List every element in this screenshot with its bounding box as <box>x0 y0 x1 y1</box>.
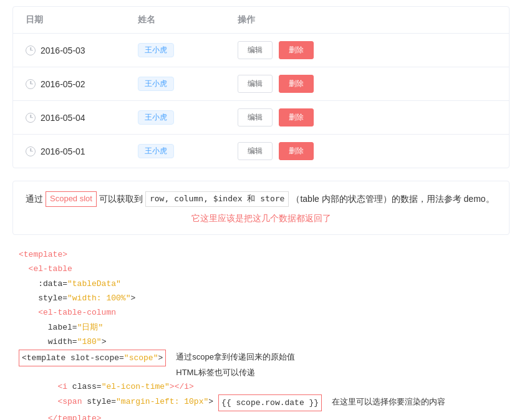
edit-button[interactable]: 编辑 <box>238 108 273 126</box>
template-slot-scope-badge: <template slot-scope="scope"> <box>19 350 166 366</box>
date-cell: 2016-05-02 <box>26 79 138 89</box>
annot-text-1: 通过scope拿到传递回来的原始值 <box>176 350 295 364</box>
code-text: width="180"> <box>19 335 106 349</box>
name-tag: 王小虎 <box>138 43 174 57</box>
date-value: 2016-05-04 <box>41 113 85 123</box>
clock-icon <box>26 45 36 55</box>
name-cell: 王小虎 <box>138 43 238 57</box>
scope-expression-badge: {{ scope.row.date }} <box>218 394 322 411</box>
annotation-line-1: 通过scope拿到传递回来的原始值 <box>171 350 295 364</box>
desc-middle: 可以获取到 <box>99 192 143 206</box>
table-row: 2016-05-03 王小虎 编辑 删除 <box>13 34 509 67</box>
name-cell: 王小虎 <box>138 110 238 125</box>
description-line1: 通过 Scoped slot 可以获取到 row, column, $index… <box>26 191 496 207</box>
code-line-8: <template slot-scope="scope"> 通过scope拿到传… <box>19 350 503 380</box>
date-cell: 2016-05-03 <box>26 45 138 55</box>
desc-prefix: 通过 <box>26 192 43 206</box>
table-row: 2016-05-04 王小虎 编辑 删除 <box>13 101 509 135</box>
code-text: :data="tableData" <box>19 277 121 291</box>
code-line-1: <template> <box>19 247 503 262</box>
header-action: 操作 <box>238 14 496 26</box>
date-cell: 2016-05-01 <box>26 146 138 156</box>
clock-icon <box>26 79 36 89</box>
annot-text-2: HTML标签也可以传递 <box>176 365 254 379</box>
clock-icon <box>26 113 36 123</box>
action-cell: 编辑 删除 <box>238 75 496 93</box>
code-line-10: <span style="margin-left: 10px"> {{ scop… <box>19 394 503 411</box>
header-name: 姓名 <box>138 14 238 26</box>
code-text: <el-table <box>19 262 72 276</box>
code-snippet: row, column, $index 和 store <box>145 191 289 207</box>
edit-button[interactable]: 编辑 <box>238 142 273 160</box>
edit-button[interactable]: 编辑 <box>238 75 273 93</box>
page-container: 日期 姓名 操作 2016-05-03 王小虎 编辑 删除 2016-05-02 <box>0 0 522 420</box>
delete-button[interactable]: 删除 <box>279 108 314 126</box>
code-text: <span style="margin-left: 10px"> <box>19 394 213 409</box>
date-value: 2016-05-02 <box>41 79 85 89</box>
edit-button[interactable]: 编辑 <box>238 41 273 59</box>
code-text: label="日期" <box>19 320 103 335</box>
description-note: 它这里应该是把这几个数据都返回了 <box>26 213 496 224</box>
annotations-group: 通过scope拿到传递回来的原始值 HTML标签也可以传递 <box>171 350 295 380</box>
date-value: 2016-05-01 <box>41 146 85 156</box>
annotation-line-2: HTML标签也可以传递 <box>171 365 295 379</box>
code-line-9: <i class="el-icon-time"></i> <box>19 379 503 394</box>
code-line-4: style="width: 100%"> <box>19 291 503 305</box>
delete-button[interactable]: 删除 <box>279 142 314 160</box>
clock-icon <box>26 146 36 156</box>
name-cell: 王小虎 <box>138 144 238 158</box>
annot-text-3: 在这里可以选择你要渲染的内容 <box>332 394 445 409</box>
action-cell: 编辑 删除 <box>238 41 496 59</box>
delete-button[interactable]: 删除 <box>279 75 314 93</box>
delete-button[interactable]: 删除 <box>279 41 314 59</box>
code-section: <template> <el-table :data="tableData" s… <box>12 247 510 420</box>
code-text: style="width: 100%"> <box>19 291 135 305</box>
code-line-6: label="日期" <box>19 320 503 335</box>
name-tag: 王小虎 <box>138 144 174 158</box>
table-header: 日期 姓名 操作 <box>13 7 509 34</box>
code-text: <template> <box>19 247 67 262</box>
name-tag: 王小虎 <box>138 110 174 125</box>
date-cell: 2016-05-04 <box>26 113 138 123</box>
code-line-11: </template> <box>19 411 503 420</box>
table-section: 日期 姓名 操作 2016-05-03 王小虎 编辑 删除 2016-05-02 <box>12 6 510 168</box>
header-date: 日期 <box>26 14 138 26</box>
table-row: 2016-05-02 王小虎 编辑 删除 <box>13 67 509 101</box>
code-line-2: <el-table <box>19 262 503 276</box>
code-text: <el-table-column <box>19 305 116 320</box>
name-tag: 王小虎 <box>138 77 174 91</box>
date-value: 2016-05-03 <box>41 45 85 55</box>
code-line-7: width="180"> <box>19 335 503 349</box>
table-row: 2016-05-01 王小虎 编辑 删除 <box>13 135 509 168</box>
code-line-5: <el-table-column <box>19 305 503 320</box>
name-cell: 王小虎 <box>138 77 238 91</box>
code-text: </template> <box>19 411 102 420</box>
code-line-3: :data="tableData" <box>19 277 503 291</box>
scoped-slot-badge: Scoped slot <box>46 191 97 207</box>
description-section: 通过 Scoped slot 可以获取到 row, column, $index… <box>12 181 510 235</box>
action-cell: 编辑 删除 <box>238 108 496 126</box>
desc-suffix: （table 内部的状态管理）的数据，用法参考 demo。 <box>291 192 494 206</box>
action-cell: 编辑 删除 <box>238 142 496 160</box>
code-text: <i class="el-icon-time"></i> <box>19 379 194 394</box>
